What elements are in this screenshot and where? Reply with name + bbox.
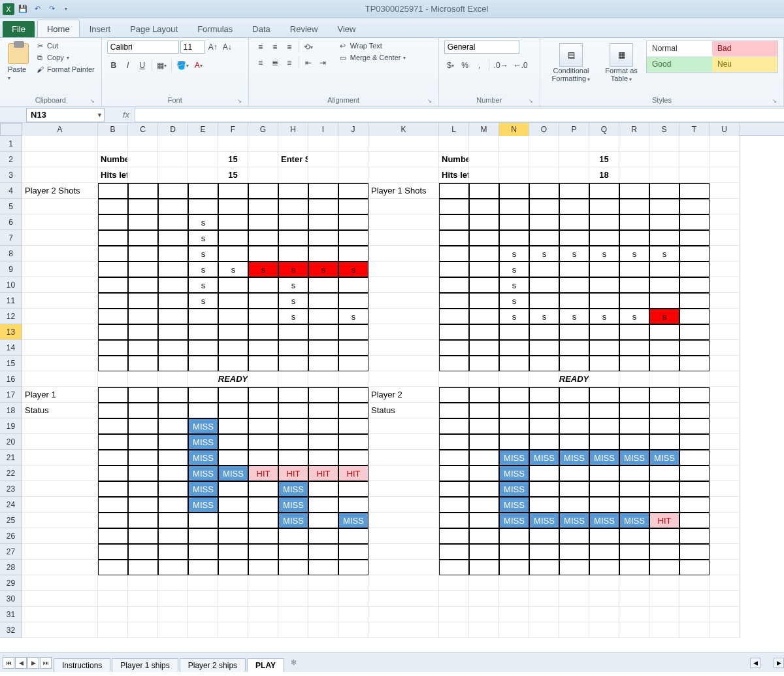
cell-P16[interactable]: READY bbox=[559, 371, 589, 387]
cell-N16[interactable] bbox=[499, 371, 529, 387]
cell-J11[interactable] bbox=[338, 293, 368, 309]
cell-B6[interactable] bbox=[98, 214, 128, 230]
cell-D28[interactable] bbox=[158, 560, 188, 575]
cell-A13[interactable] bbox=[22, 324, 98, 340]
cell-S20[interactable] bbox=[649, 434, 679, 450]
hscroll-left[interactable]: ◀ bbox=[750, 658, 760, 668]
cell-U9[interactable] bbox=[710, 262, 740, 277]
cell-J10[interactable] bbox=[338, 277, 368, 293]
cell-T6[interactable] bbox=[679, 214, 710, 230]
cell-L18[interactable] bbox=[439, 403, 469, 418]
cell-T4[interactable] bbox=[679, 183, 710, 199]
cell-T28[interactable] bbox=[679, 560, 710, 575]
col-header-O[interactable]: O bbox=[529, 123, 559, 136]
cell-G8[interactable] bbox=[248, 246, 278, 262]
cell-A12[interactable] bbox=[22, 309, 98, 324]
cell-I2[interactable] bbox=[308, 152, 338, 167]
cell-D20[interactable] bbox=[158, 434, 188, 450]
cell-B9[interactable] bbox=[98, 262, 128, 277]
cell-M29[interactable] bbox=[469, 575, 499, 591]
conditional-formatting-button[interactable]: ▤ Conditional Formatting bbox=[546, 41, 596, 85]
cell-D3[interactable] bbox=[158, 167, 188, 183]
cell-I29[interactable] bbox=[308, 575, 338, 591]
cell-D1[interactable] bbox=[158, 136, 188, 152]
cell-R21[interactable]: MISS bbox=[619, 450, 649, 465]
cell-L9[interactable] bbox=[439, 262, 469, 277]
tab-nav-first[interactable]: ⏮ bbox=[3, 657, 14, 669]
cell-M25[interactable] bbox=[469, 513, 499, 528]
cell-I12[interactable] bbox=[308, 309, 338, 324]
cell-F8[interactable] bbox=[218, 246, 248, 262]
cell-P4[interactable] bbox=[559, 183, 589, 199]
cell-M17[interactable] bbox=[469, 387, 499, 403]
cell-O32[interactable] bbox=[529, 622, 559, 638]
cell-B20[interactable] bbox=[98, 434, 128, 450]
cell-S23[interactable] bbox=[649, 481, 679, 497]
cell-C27[interactable] bbox=[128, 544, 158, 560]
col-header-F[interactable]: F bbox=[218, 123, 248, 136]
cell-E5[interactable] bbox=[188, 199, 218, 214]
cell-P23[interactable] bbox=[559, 481, 589, 497]
row-header-24[interactable]: 24 bbox=[0, 497, 22, 513]
cell-G21[interactable] bbox=[248, 450, 278, 465]
cell-N23[interactable]: MISS bbox=[499, 481, 529, 497]
cell-U28[interactable] bbox=[710, 560, 740, 575]
cell-U19[interactable] bbox=[710, 418, 740, 434]
file-tab[interactable]: File bbox=[3, 21, 35, 37]
cell-T21[interactable] bbox=[679, 450, 710, 465]
cell-F25[interactable] bbox=[218, 513, 248, 528]
cell-U12[interactable] bbox=[710, 309, 740, 324]
cell-L14[interactable] bbox=[439, 340, 469, 356]
cell-F20[interactable] bbox=[218, 434, 248, 450]
cell-R16[interactable] bbox=[619, 371, 649, 387]
cell-G18[interactable] bbox=[248, 403, 278, 418]
col-header-M[interactable]: M bbox=[469, 123, 499, 136]
cell-Q23[interactable] bbox=[589, 481, 619, 497]
cell-J22[interactable]: HIT bbox=[338, 465, 368, 481]
cell-E23[interactable]: MISS bbox=[188, 481, 218, 497]
cell-U20[interactable] bbox=[710, 434, 740, 450]
cell-O7[interactable] bbox=[529, 230, 559, 246]
cell-K24[interactable] bbox=[368, 497, 439, 513]
cell-N7[interactable] bbox=[499, 230, 529, 246]
cell-E19[interactable]: MISS bbox=[188, 418, 218, 434]
cell-R13[interactable] bbox=[619, 324, 649, 340]
cell-R11[interactable] bbox=[619, 293, 649, 309]
cell-I32[interactable] bbox=[308, 622, 338, 638]
cell-G20[interactable] bbox=[248, 434, 278, 450]
cell-C19[interactable] bbox=[128, 418, 158, 434]
cell-L27[interactable] bbox=[439, 544, 469, 560]
fill-color-button[interactable]: 🪣 bbox=[174, 59, 191, 72]
row-header-31[interactable]: 31 bbox=[0, 607, 22, 622]
cell-T7[interactable] bbox=[679, 230, 710, 246]
cell-N14[interactable] bbox=[499, 340, 529, 356]
cell-R12[interactable]: s bbox=[619, 309, 649, 324]
tab-review[interactable]: Review bbox=[280, 20, 328, 37]
format-as-table-button[interactable]: ▦ Format as Table bbox=[599, 41, 644, 85]
cell-F15[interactable] bbox=[218, 356, 248, 371]
cell-G16[interactable] bbox=[248, 371, 278, 387]
cell-A16[interactable] bbox=[22, 371, 98, 387]
cell-L32[interactable] bbox=[439, 622, 469, 638]
cell-N10[interactable]: s bbox=[499, 277, 529, 293]
cell-F10[interactable] bbox=[218, 277, 248, 293]
font-color-button[interactable]: A bbox=[192, 59, 205, 72]
row-header-18[interactable]: 18 bbox=[0, 403, 22, 418]
cell-G17[interactable] bbox=[248, 387, 278, 403]
cell-D7[interactable] bbox=[158, 230, 188, 246]
cell-T1[interactable] bbox=[679, 136, 710, 152]
cell-R15[interactable] bbox=[619, 356, 649, 371]
cell-Q14[interactable] bbox=[589, 340, 619, 356]
cell-R8[interactable]: s bbox=[619, 246, 649, 262]
cell-B2[interactable]: Number of Shots bbox=[98, 152, 128, 167]
cell-B14[interactable] bbox=[98, 340, 128, 356]
cell-I5[interactable] bbox=[308, 199, 338, 214]
cell-P17[interactable] bbox=[559, 387, 589, 403]
cell-U2[interactable] bbox=[710, 152, 740, 167]
qat-customize-icon[interactable] bbox=[60, 3, 72, 15]
italic-button[interactable]: I bbox=[122, 59, 135, 72]
cell-Q7[interactable] bbox=[589, 230, 619, 246]
cell-F7[interactable] bbox=[218, 230, 248, 246]
cell-B28[interactable] bbox=[98, 560, 128, 575]
cell-K1[interactable] bbox=[368, 136, 439, 152]
